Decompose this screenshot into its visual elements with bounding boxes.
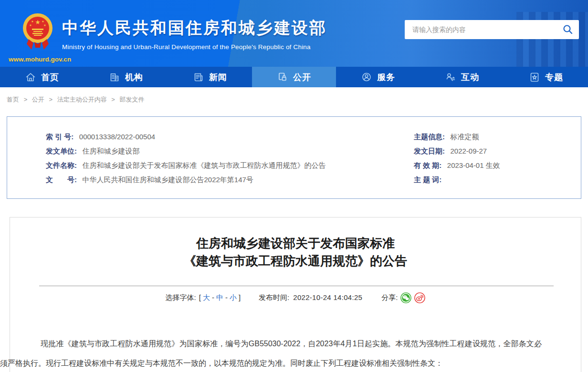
breadcrumb-separator: > (49, 96, 52, 103)
info-value: 住房和城乡建设部关于发布国家标准《建筑与市政工程防水通用规范》的公告 (82, 161, 326, 169)
font-select-label: 选择字体: (166, 293, 196, 302)
nav-item-home[interactable]: 首页 (0, 67, 84, 87)
breadcrumb-separator: > (111, 96, 115, 103)
info-row-subject-info: 主题信息: 标准定额 (414, 130, 581, 144)
document-info-box: 索 引 号: 000013338/2022-00504 发文单位: 住房和城乡建… (7, 116, 581, 199)
dash: - (225, 293, 228, 301)
info-row-keywords: 主 题 词: (414, 173, 581, 187)
site-subtitle-english: Ministry of Housing and Urban-Rural Deve… (62, 43, 327, 51)
search-box (405, 20, 579, 39)
organization-icon (109, 72, 120, 83)
info-row-issue-date: 发文日期: 2022-09-27 (414, 144, 581, 158)
nav-item-disclosure[interactable]: 公开 (252, 67, 336, 87)
breadcrumb-legal-disclosure[interactable]: 法定主动公开内容 (57, 96, 107, 103)
search-icon (562, 24, 574, 35)
nav-item-label: 互动 (461, 72, 479, 83)
info-label: 有 效 期: (414, 161, 441, 169)
svg-text:★: ★ (43, 23, 46, 27)
info-value: 中华人民共和国住房和城乡建设部公告2022年第147号 (82, 176, 253, 184)
info-value: 2022-09-27 (450, 147, 487, 155)
svg-text:★: ★ (35, 19, 41, 26)
info-row-issuing-unit: 发文单位: 住房和城乡建设部 (46, 144, 414, 158)
nav-item-interaction[interactable]: 互动 (420, 67, 504, 87)
svg-text:★: ★ (29, 23, 32, 27)
disclosure-icon (277, 72, 288, 83)
document-info-right-column: 主题信息: 标准定额 发文日期: 2022-09-27 有 效 期: 2023-… (414, 130, 581, 187)
page: ★ ★ ★ ★ ★ www.mohurd.gov.cn 中华人民共和国住房和城乡… (0, 0, 588, 372)
info-value: 标准定额 (450, 133, 479, 141)
main-nav: 首页 机构 新闻 公开 (0, 67, 588, 87)
info-label: 主题信息: (414, 133, 445, 141)
bracket-close: ] (239, 293, 241, 301)
info-value: 2023-04-01 生效 (447, 161, 500, 169)
nav-item-label: 服务 (377, 72, 395, 83)
info-row-effective-date: 有 效 期: 2023-04-01 生效 (414, 158, 581, 173)
info-label: 索 引 号: (46, 133, 74, 141)
publish-time-group: 发布时间:2022-10-24 14:04:25 (259, 293, 362, 302)
article-meta-row: 选择字体: [大-中-小] 发布时间:2022-10-24 14:04:25 分… (10, 292, 581, 303)
info-label: 文件名称: (46, 161, 77, 169)
wechat-share-icon[interactable] (400, 292, 411, 303)
font-size-large[interactable]: 大 (203, 293, 210, 301)
interaction-icon (445, 72, 456, 83)
font-size-small[interactable]: 小 (230, 293, 237, 301)
font-size-selector: [大-中-小] (199, 293, 241, 302)
home-icon (25, 72, 36, 83)
breadcrumb-separator: > (24, 96, 28, 103)
dash: - (212, 293, 214, 301)
site-title: 中华人民共和国住房和城乡建设部 (62, 17, 327, 39)
article-title-line2: 《建筑与市政工程防水通用规范》的公告 (10, 252, 581, 270)
article-title: 住房和城乡建设部关于发布国家标准 《建筑与市政工程防水通用规范》的公告 (10, 235, 581, 270)
nav-item-label: 首页 (41, 72, 59, 83)
document-info-left-column: 索 引 号: 000013338/2022-00504 发文单位: 住房和城乡建… (7, 130, 414, 187)
breadcrumb-ministry-documents[interactable]: 部发文件 (120, 96, 145, 103)
publish-time-value: 2022-10-24 14:04:25 (293, 293, 362, 301)
nav-item-label: 机构 (125, 72, 143, 83)
article-box: 住房和城乡建设部关于发布国家标准 《建筑与市政工程防水通用规范》的公告 选择字体… (10, 217, 581, 372)
breadcrumb-disclosure[interactable]: 公开 (32, 96, 44, 103)
weibo-share-icon[interactable] (414, 292, 425, 303)
info-label: 文 号: (46, 176, 77, 184)
article-title-line1: 住房和城乡建设部关于发布国家标准 (10, 235, 581, 252)
info-value: 000013338/2022-00504 (79, 133, 155, 141)
search-input[interactable] (405, 26, 557, 33)
topics-icon (529, 72, 540, 83)
info-label: 主 题 词: (414, 176, 441, 184)
nav-item-label: 新闻 (209, 72, 227, 83)
nav-item-news[interactable]: 新闻 (168, 67, 252, 87)
nav-item-label: 公开 (293, 72, 311, 83)
share-label: 分享: (381, 293, 398, 302)
info-label: 发文单位: (46, 147, 77, 155)
info-row-document-number: 文 号: 中华人民共和国住房和城乡建设部公告2022年第147号 (46, 173, 414, 187)
search-button[interactable] (557, 20, 579, 39)
svg-text:★: ★ (31, 20, 33, 23)
nav-item-label: 专题 (545, 72, 563, 83)
national-emblem-logo: ★ ★ ★ ★ ★ (22, 11, 53, 55)
publish-time-label: 发布时间: (259, 293, 289, 301)
news-icon (193, 72, 204, 83)
share-group: 分享: (381, 292, 425, 303)
breadcrumb-home[interactable]: 首页 (7, 96, 19, 103)
info-value: 住房和城乡建设部 (82, 147, 139, 155)
font-size-medium[interactable]: 中 (216, 293, 223, 301)
title-divider (39, 286, 554, 286)
service-icon (361, 72, 372, 83)
bracket-open: [ (199, 293, 201, 301)
breadcrumb: 首页 > 公开 > 法定主动公开内容 > 部发文件 (0, 87, 588, 105)
nav-item-services[interactable]: 服务 (336, 67, 420, 87)
info-label: 发文日期: (414, 147, 445, 155)
site-header: ★ ★ ★ ★ ★ www.mohurd.gov.cn 中华人民共和国住房和城乡… (0, 0, 588, 67)
svg-text:★: ★ (42, 20, 44, 23)
info-row-index-number: 索 引 号: 000013338/2022-00504 (46, 130, 414, 144)
site-url: www.mohurd.gov.cn (3, 56, 77, 63)
info-row-document-name: 文件名称: 住房和城乡建设部关于发布国家标准《建筑与市政工程防水通用规范》的公告 (46, 158, 414, 173)
article-body-paragraph: 现批准《建筑与市政工程防水通用规范》为国家标准，编号为GB55030-2022，… (0, 334, 542, 372)
nav-item-organization[interactable]: 机构 (84, 67, 168, 87)
nav-item-topics[interactable]: 专题 (504, 67, 588, 87)
